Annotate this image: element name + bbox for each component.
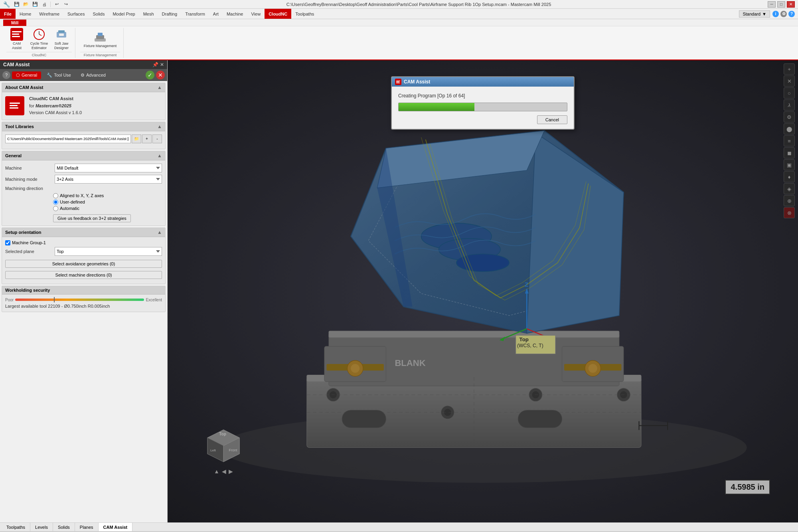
qa-save[interactable]: 💾 — [13, 1, 21, 8]
workholding-header[interactable]: Workholding security — [2, 286, 165, 295]
cam-panel-header-controls: 📌 ✕ — [152, 62, 164, 67]
tool-libraries-collapse[interactable]: ▲ — [157, 124, 162, 129]
panel-content: About CAM Assist ▲ CloudNC CAM Assist — [0, 81, 167, 522]
menu-home[interactable]: Home — [16, 9, 35, 19]
qa-undo[interactable]: ↩ — [53, 1, 61, 8]
selected-plane-select[interactable]: Top — [55, 247, 162, 256]
about-section-header[interactable]: About CAM Assist ▲ — [2, 83, 165, 92]
tab-tool-use[interactable]: 🔧 Tool Use — [43, 71, 75, 79]
about-text: CloudNC CAM Assist for Mastercam®2025 Ve… — [29, 95, 82, 117]
qa-print[interactable]: 🖨 — [40, 1, 48, 8]
help-icon[interactable]: ? — [788, 11, 795, 17]
cycle-time-ribbon-btn[interactable]: Cycle Time Estimator — [29, 29, 49, 49]
menu-modelprep[interactable]: Model Prep — [109, 9, 139, 19]
menu-drafting[interactable]: Drafting — [158, 9, 182, 19]
qa-save2[interactable]: 💾 — [31, 1, 39, 8]
largest-tool-row: Largest available tool 22109 - Ø0.750inc… — [5, 304, 162, 309]
standard-dropdown[interactable]: Standard ▼ — [739, 10, 770, 18]
panel-help-button[interactable]: ? — [2, 71, 10, 79]
general-collapse[interactable]: ▲ — [157, 153, 162, 158]
progress-overlay: CAM Assist Creating Program [Op 16 of 64… — [168, 60, 798, 522]
menu-machine[interactable]: Machine — [223, 9, 247, 19]
progress-cancel-button[interactable]: Cancel — [537, 115, 567, 124]
viewport[interactable]: BLANK — [168, 60, 798, 522]
menu-solids[interactable]: Solids — [89, 9, 109, 19]
tool-library-path-input[interactable] — [5, 134, 131, 143]
menu-mesh[interactable]: Mesh — [139, 9, 158, 19]
fixture-management-btn[interactable]: Fixture Management — [80, 29, 120, 49]
panel-pin-button[interactable]: 📌 — [152, 62, 158, 67]
title-bar-title: C:\Users\GeoffreyBrennan\Desktop\Geoff A… — [70, 2, 768, 7]
maximize-button[interactable]: □ — [777, 1, 785, 8]
menu-cloudnc[interactable]: CloudNC — [265, 9, 291, 19]
tool-libraries-header[interactable]: Tool Libraries ▲ — [2, 122, 165, 131]
radio-automatic-input[interactable] — [53, 206, 58, 211]
dialog-icon — [395, 79, 401, 85]
ribbon-mill-tab[interactable]: Mill — [3, 20, 26, 26]
menu-art[interactable]: Art — [209, 9, 223, 19]
bottom-tab-levels[interactable]: Levels — [30, 523, 53, 531]
about-section-title: About CAM Assist — [5, 85, 43, 90]
tool-library-add-btn[interactable]: + — [142, 134, 152, 143]
menu-toolpaths[interactable]: Toolpaths — [291, 9, 318, 19]
tab-advanced[interactable]: ⚙ Advanced — [77, 71, 110, 79]
excellent-label: Excellent — [146, 298, 162, 302]
about-collapse-btn[interactable]: ▲ — [157, 85, 162, 90]
general-section-header[interactable]: General ▲ — [2, 151, 165, 160]
for-mastercam: for Mastercam®2025 — [29, 103, 82, 110]
bottom-tab-cam-assist[interactable]: CAM Assist — [99, 523, 133, 531]
workholding-section: Workholding security Poor Excellent Larg… — [2, 286, 166, 312]
machine-group-checkbox[interactable] — [5, 240, 10, 245]
tool-library-folder-btn[interactable]: 📁 — [132, 134, 141, 143]
svg-rect-3 — [12, 36, 20, 37]
machine-group-row: Machine Group-1 — [5, 240, 162, 245]
setup-orientation-header[interactable]: Setup orientation ▲ — [2, 228, 165, 237]
machining-mode-select[interactable]: 3+2 Axis — [55, 175, 162, 184]
menu-wireframe[interactable]: Wireframe — [35, 9, 63, 19]
machining-mode-label: Machining mode — [5, 177, 53, 182]
svg-rect-9 — [58, 30, 65, 33]
feedback-button[interactable]: Give us feedback on 3+2 strategies — [53, 214, 131, 222]
setup-orientation-collapse[interactable]: ▲ — [157, 229, 162, 235]
menu-transform[interactable]: Transform — [181, 9, 209, 19]
workholding-slider[interactable] — [15, 299, 144, 301]
menu-view[interactable]: View — [247, 9, 265, 19]
qa-redo[interactable]: ↪ — [62, 1, 70, 8]
workholding-title: Workholding security — [5, 288, 50, 293]
menu-surfaces[interactable]: Surfaces — [63, 9, 89, 19]
bottom-tab-solids[interactable]: Solids — [53, 523, 75, 531]
minimize-button[interactable]: ─ — [768, 1, 776, 8]
slider-thumb — [54, 297, 55, 303]
machine-select[interactable]: Mill Default — [55, 164, 162, 172]
bottom-tab-toolpaths[interactable]: Toolpaths — [2, 523, 30, 531]
select-machine-directions-button[interactable]: Select machine directions (0) — [5, 271, 162, 279]
settings-icon[interactable]: ⚙ — [780, 11, 787, 17]
fixture-icon — [94, 30, 107, 43]
panel-ok-button[interactable]: ✓ — [146, 71, 154, 79]
qa-open[interactable]: 📂 — [22, 1, 30, 8]
info-icon[interactable]: i — [772, 11, 779, 17]
soft-jaw-ribbon-btn[interactable]: Soft Jaw Designer — [51, 29, 72, 49]
mastercam-brand: Mastercam®2025 — [36, 103, 71, 108]
tab-general[interactable]: ⬡ General — [12, 71, 41, 79]
dialog-title: CAM Assist — [404, 79, 430, 85]
selected-plane-row: Selected plane Top — [5, 247, 162, 256]
panel-cancel-button[interactable]: ✕ — [156, 71, 165, 79]
svg-rect-15 — [10, 103, 20, 104]
general-tab-icon: ⬡ — [16, 73, 20, 78]
menu-file[interactable]: File — [0, 9, 16, 19]
tool-library-remove-btn[interactable]: - — [152, 134, 162, 143]
svg-rect-77 — [396, 83, 400, 83]
progress-btn-row: Cancel — [398, 115, 567, 124]
avoidance-geometries-button[interactable]: Select avoidance geometries (0) — [5, 260, 162, 268]
panel-close-button[interactable]: ✕ — [160, 62, 164, 67]
cam-assist-ribbon-btn[interactable]: CAM Assist — [6, 29, 27, 49]
close-button[interactable]: ✕ — [787, 1, 795, 8]
radio-aligned-input[interactable] — [53, 193, 58, 198]
tool-libraries-section: Tool Libraries ▲ 📁 + - — [2, 122, 166, 149]
svg-rect-13 — [98, 33, 103, 36]
radio-userdefined-input[interactable] — [53, 200, 58, 205]
svg-rect-75 — [396, 81, 400, 81]
soft-jaw-icon — [55, 28, 68, 41]
bottom-tab-planes[interactable]: Planes — [75, 523, 99, 531]
